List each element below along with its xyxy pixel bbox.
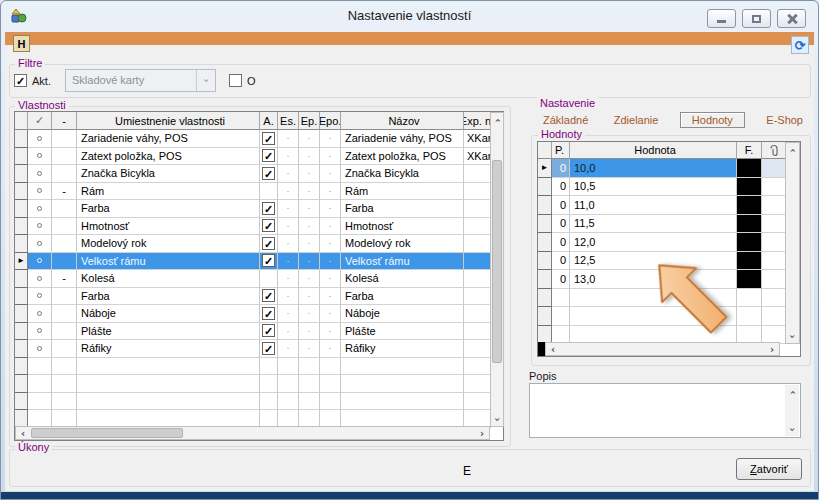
checkbox[interactable]: ✓	[262, 219, 275, 232]
property-row[interactable]: Modelový rok✓···Modelový rok	[15, 235, 503, 253]
scroll-down-icon[interactable]: ›	[785, 422, 799, 436]
tab-zdielanie[interactable]: Zdielanie	[610, 113, 663, 127]
property-row[interactable]: -Kolesá···Kolesá	[15, 270, 503, 288]
checkbox[interactable]: ✓	[262, 307, 275, 320]
property-row[interactable]: Farba✓···Farba	[15, 288, 503, 306]
checkbox[interactable]: ✓	[262, 254, 275, 267]
header-epo[interactable]: Epo.	[320, 112, 341, 130]
f-cell	[737, 178, 762, 197]
scrollbar-thumb[interactable]	[31, 428, 183, 438]
scroll-up-icon[interactable]: ›	[491, 113, 503, 127]
close-button[interactable]	[777, 9, 806, 28]
o-checkbox-label: O	[247, 75, 256, 87]
header-a[interactable]: A.	[260, 112, 278, 130]
o-checkbox[interactable]	[229, 74, 242, 87]
checkbox[interactable]: ✓	[262, 324, 275, 337]
name-cell	[341, 358, 464, 376]
tab-eshop[interactable]: E-Shop	[762, 113, 807, 127]
header-exp[interactable]: Exp. ná	[464, 112, 491, 130]
property-row[interactable]: Ráfiky✓···Ráfiky	[15, 340, 503, 358]
property-row[interactable]: Hmotnosť✓···Hmotnosť	[15, 218, 503, 236]
header-check-icon[interactable]: ✓	[28, 112, 52, 130]
value-row[interactable]: 010,5	[538, 178, 800, 197]
value-row[interactable]: 013,0	[538, 270, 800, 289]
scrollbar-thumb[interactable]	[492, 160, 502, 363]
row-indicator	[15, 235, 28, 253]
exp-cell	[464, 410, 491, 428]
header-dash[interactable]: -	[52, 112, 77, 130]
checkbox[interactable]: ✓	[262, 202, 275, 215]
value-row[interactable]: 011,5	[538, 215, 800, 234]
scroll-right-icon[interactable]: ›	[475, 427, 489, 439]
header-ep[interactable]: Ep.	[299, 112, 320, 130]
scroll-right-icon[interactable]: ›	[765, 343, 779, 355]
ep-cell: ·	[299, 235, 320, 253]
scroll-up-icon[interactable]: ›	[786, 143, 799, 157]
scroll-left-icon[interactable]: ‹	[16, 427, 30, 439]
header-es[interactable]: Es.	[278, 112, 299, 130]
maximize-button[interactable]	[742, 9, 771, 28]
property-row[interactable]: Náboje✓···Náboje	[15, 305, 503, 323]
ep-cell: ·	[299, 165, 320, 183]
ep-cell: ·	[299, 148, 320, 166]
value-row[interactable]: 011,0	[538, 196, 800, 215]
checkbox[interactable]: ✓	[262, 289, 275, 302]
scroll-down-icon[interactable]: ›	[491, 412, 503, 426]
attachment-cell	[762, 289, 787, 308]
akt-checkbox-label: Akt.	[32, 75, 51, 87]
epo-cell: ·	[320, 323, 341, 341]
refresh-icon[interactable]: ⟳	[791, 36, 809, 54]
header-name[interactable]: Názov	[341, 112, 464, 130]
scroll-down-icon[interactable]: ›	[786, 329, 799, 343]
category-dropdown[interactable]: Skladové karty ›	[65, 69, 216, 92]
property-row[interactable]: Farba✓···Farba	[15, 200, 503, 218]
bullet-cell	[28, 253, 52, 271]
properties-vertical-scrollbar[interactable]: › ›	[490, 112, 504, 427]
property-row[interactable]: ►Velkosť rámu✓···Velkosť rámu	[15, 253, 503, 271]
header-f[interactable]: F.	[737, 142, 762, 159]
checkbox[interactable]: ✓	[262, 132, 275, 145]
checkbox[interactable]: ✓	[262, 149, 275, 162]
attachment-icon[interactable]	[762, 142, 787, 159]
property-row[interactable]: Značka Bicykla✓···Značka Bicykla	[15, 165, 503, 183]
value-row[interactable]: ►010,0	[538, 159, 800, 178]
group-dash	[52, 218, 77, 236]
titlebar[interactable]: Nastavenie vlastností	[1, 1, 818, 31]
checkbox[interactable]: ✓	[262, 237, 275, 250]
ep-cell: ·	[299, 270, 320, 288]
header-p[interactable]: P.	[552, 142, 570, 159]
h-toolbar-button[interactable]: H	[13, 35, 30, 52]
properties-table-header: ✓ - Umiestnenie vlastnosti A. Es. Ep. Ep…	[15, 112, 503, 130]
properties-horizontal-scrollbar[interactable]: ‹ ›	[15, 426, 490, 440]
bullet-icon	[37, 206, 42, 211]
scroll-left-icon[interactable]: ‹	[546, 343, 560, 355]
scroll-up-icon[interactable]: ›	[785, 385, 799, 399]
p-cell: 0	[552, 270, 570, 289]
epo-cell: ·	[320, 235, 341, 253]
name-cell: Modelový rok	[341, 235, 464, 253]
tab-zakladne[interactable]: Základné	[539, 113, 592, 127]
popis-scrollbar[interactable]: › ›	[785, 385, 799, 436]
header-hodnota[interactable]: Hodnota	[570, 142, 737, 159]
value-row[interactable]: 012,5	[538, 252, 800, 271]
property-row[interactable]: Zatext položka, POS✓···Zatext položka, P…	[15, 148, 503, 166]
minimize-button[interactable]	[707, 9, 736, 28]
tab-hodnoty[interactable]: Hodnoty	[680, 112, 745, 128]
bullet-icon	[37, 241, 42, 246]
close-dialog-button[interactable]: Zatvoriť	[736, 458, 802, 480]
checkbox[interactable]: ✓	[262, 167, 275, 180]
name-cell: Značka Bicykla	[341, 165, 464, 183]
popis-textarea[interactable]: › ›	[529, 383, 801, 438]
checkbox[interactable]: ✓	[262, 342, 275, 355]
values-vertical-scrollbar[interactable]: › ›	[785, 142, 800, 344]
f-cell	[737, 233, 762, 252]
active-cell	[260, 393, 278, 411]
akt-checkbox[interactable]: ✓	[14, 74, 27, 87]
value-cell: 12,5	[570, 252, 737, 271]
header-placement[interactable]: Umiestnenie vlastnosti	[77, 112, 260, 130]
property-row[interactable]: Plášte✓···Plášte	[15, 323, 503, 341]
value-row[interactable]: 012,0	[538, 233, 800, 252]
property-row[interactable]: -Rám···Rám	[15, 183, 503, 201]
property-row[interactable]: Zariadenie váhy, POS✓···Zariadenie váhy,…	[15, 130, 503, 148]
values-horizontal-scrollbar[interactable]: ‹ ›	[545, 342, 780, 356]
